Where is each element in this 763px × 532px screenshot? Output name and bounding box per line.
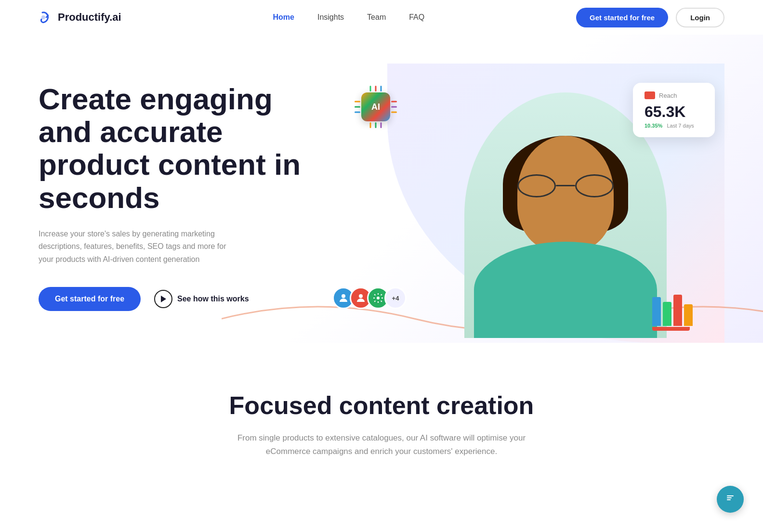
hero-actions: Get started for free See how this works [39, 287, 318, 311]
ai-chip: AI [356, 88, 395, 126]
focused-title: Focused content creation [39, 391, 724, 420]
play-icon [154, 290, 172, 308]
nav-login-button[interactable]: Login [676, 8, 724, 27]
reach-percent: 10.35% [645, 123, 662, 129]
focused-section: Focused content creation From single pro… [0, 343, 763, 487]
svg-point-0 [41, 15, 45, 19]
hero-title: Create engaging and accurate product con… [39, 83, 318, 214]
nav-team[interactable]: Team [367, 13, 386, 22]
focused-subtitle: From single products to extensive catalo… [237, 431, 526, 458]
logo-text: Productify.ai [58, 11, 121, 24]
nav-actions: Get started for free Login [576, 8, 724, 27]
chat-icon [724, 492, 737, 507]
see-how-label: See how this works [177, 295, 249, 303]
logo[interactable]: Productify.ai [39, 10, 121, 25]
chip-inner: AI [361, 92, 390, 121]
nav-cta-button[interactable]: Get started for free [576, 8, 668, 27]
svg-point-1 [342, 294, 345, 298]
nav-faq[interactable]: FAQ [409, 13, 424, 22]
data-books-icon [652, 295, 696, 333]
chat-button[interactable] [717, 486, 744, 513]
nav-home[interactable]: Home [273, 13, 294, 22]
reach-period-label: Last 7 days [667, 123, 694, 129]
svg-point-3 [377, 297, 380, 299]
see-how-link[interactable]: See how this works [154, 290, 249, 308]
avatar-group: +4 [332, 287, 407, 309]
reach-meta: 10.35% Last 7 days [645, 123, 703, 129]
hero-right: AI [318, 64, 724, 343]
reach-header: Reach [645, 91, 703, 99]
reach-label: Reach [659, 92, 677, 99]
avatar-plus: +4 [384, 287, 407, 309]
nav-links: Home Insights Team FAQ [273, 13, 425, 22]
hero-left: Create engaging and accurate product con… [39, 64, 318, 311]
reach-card: Reach 65.3K 10.35% Last 7 days [633, 83, 715, 137]
hero-cta-button[interactable]: Get started for free [39, 287, 141, 311]
reach-flag-icon [645, 91, 655, 99]
hero-section: Create engaging and accurate product con… [0, 35, 763, 343]
nav-insights[interactable]: Insights [317, 13, 344, 22]
ai-chip-label: AI [371, 102, 380, 112]
hero-subtitle: Increase your store's sales by generatin… [39, 228, 241, 266]
reach-number: 65.3K [645, 103, 703, 121]
svg-point-2 [359, 294, 363, 298]
navbar: Productify.ai Home Insights Team FAQ Get… [0, 0, 763, 35]
